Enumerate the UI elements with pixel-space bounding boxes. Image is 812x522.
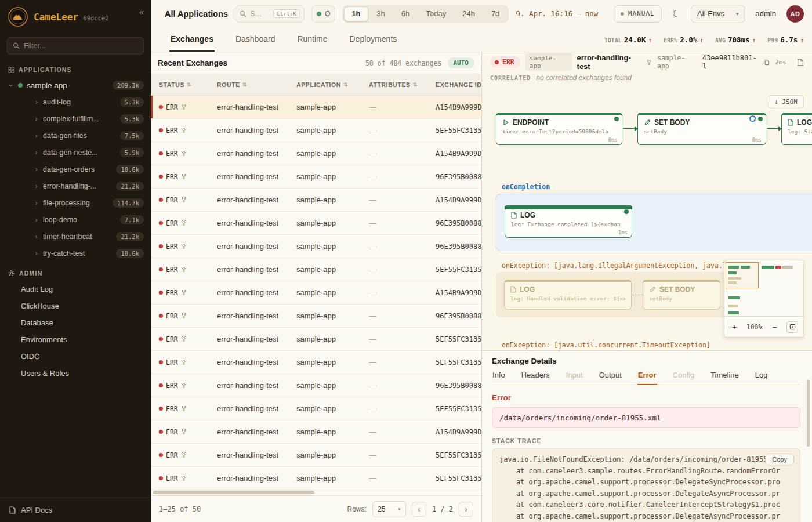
flow-arrow — [767, 128, 781, 129]
flow-node-exception-log[interactable]: LOG log: Handled validation error: ${exc… — [504, 280, 632, 310]
exchange-row[interactable]: ERR error-handling-test sample-app — A15… — [151, 420, 481, 444]
onexception2-label: onException: [java.util.concurrent.Timeo… — [502, 341, 710, 349]
refresh-mode-button[interactable]: MANUAL — [614, 5, 662, 23]
sidebar-route-item[interactable]: › file-processing 114.7k — [0, 194, 151, 211]
environment-select[interactable]: All Envs ▾ — [691, 5, 745, 23]
details-tab[interactable]: Log — [755, 371, 768, 385]
prev-page-button[interactable]: ‹ — [412, 502, 426, 517]
fit-view-button[interactable] — [786, 321, 798, 333]
main-tab[interactable]: Runtime — [296, 28, 328, 52]
details-tab[interactable]: Output — [599, 371, 622, 385]
exchange-row[interactable]: ERR error-handling-test sample-app — 5EF… — [151, 467, 481, 490]
sidebar-collapse-button[interactable]: « — [139, 7, 144, 17]
sidebar-route-item[interactable]: › data-gen-files 7.5k — [0, 127, 151, 144]
exchange-row[interactable]: ERR error-handling-test sample-app — 96E… — [151, 374, 481, 397]
sidebar-route-item[interactable]: › data-gen-neste... 5.9k — [0, 144, 151, 161]
sidebar-filter[interactable] — [7, 37, 144, 55]
details-tab[interactable]: Timeline — [710, 371, 740, 385]
exchange-row[interactable]: ERR error-handling-test sample-app — 96E… — [151, 235, 481, 258]
time-range-button[interactable]: 1h — [344, 6, 368, 21]
main-tab[interactable]: Exchanges — [169, 28, 215, 52]
main-tab[interactable]: Deployments — [349, 28, 398, 52]
sidebar-admin-item[interactable]: OIDC — [0, 348, 151, 365]
time-range-button[interactable]: 24h — [455, 6, 483, 21]
exchange-row[interactable]: ERR error-handling-test sample-app — A15… — [151, 281, 481, 304]
sidebar-route-item[interactable]: › try-catch-test 10.6k — [0, 245, 151, 262]
zoom-level: 100% — [746, 323, 763, 331]
chevron-right-icon: › — [34, 114, 39, 123]
exchange-row[interactable]: ERR error-handling-test sample-app — A15… — [151, 96, 481, 119]
date-range-picker[interactable]: 9. Apr. 16:16 — now — [516, 9, 598, 18]
copy-button[interactable]: Copy — [765, 454, 794, 465]
main-tab[interactable]: Dashboard — [234, 28, 277, 52]
time-range-button[interactable]: 3h — [369, 6, 393, 21]
route-fork-icon — [181, 104, 187, 110]
sidebar-api-docs[interactable]: API Docs — [0, 498, 151, 522]
error-status-dot — [159, 453, 163, 457]
copy-icon[interactable] — [763, 59, 770, 66]
time-range-button[interactable]: 7d — [484, 6, 507, 21]
flow-node-exception-setbody[interactable]: SET BODY setBody — [643, 280, 720, 310]
column-header[interactable]: APPLICATION ⇅ — [288, 74, 361, 95]
next-page-button[interactable]: › — [459, 502, 473, 517]
details-tab[interactable]: Config — [672, 371, 695, 385]
flow-node-log[interactable]: LOG log: Sta — [781, 113, 812, 145]
exchange-row[interactable]: ERR error-handling-test sample-app — 5EF… — [151, 119, 481, 142]
online-status-pill[interactable]: O — [311, 5, 335, 23]
rows-per-page-select[interactable]: 25 ▾ — [372, 501, 406, 517]
details-tab[interactable]: Headers — [521, 371, 550, 385]
time-range-button[interactable]: 6h — [394, 6, 417, 21]
flow-node-setbody[interactable]: SET BODY setBody 0ms — [637, 113, 766, 145]
sidebar-filter-input[interactable] — [24, 42, 138, 50]
flow-minimap[interactable]: + 100% − — [724, 260, 804, 338]
exchange-row[interactable]: ERR error-handling-test sample-app — A15… — [151, 142, 481, 165]
flow-canvas[interactable]: ↓ JSON ENDPOINT timer:errorTest?period=5… — [482, 87, 812, 350]
flow-node-completion-log[interactable]: LOG log: Exchange completed [${exchan 1m… — [505, 205, 632, 238]
document-icon — [511, 212, 517, 219]
download-json-button[interactable]: ↓ JSON — [768, 95, 804, 108]
vertical-scrollbar[interactable] — [807, 380, 810, 447]
exchange-row[interactable]: ERR error-handling-test sample-app — 5EF… — [151, 258, 481, 281]
sidebar-route-item[interactable]: › audit-log 5.3k — [0, 93, 151, 110]
sidebar-route-item[interactable]: › loop-demo 7.1k — [0, 211, 151, 228]
zoom-out-button[interactable]: − — [770, 322, 779, 332]
sidebar-admin-item[interactable]: Audit Log — [0, 281, 151, 298]
copy-document-icon[interactable] — [797, 59, 804, 66]
exchange-row[interactable]: ERR error-handling-test sample-app — 96E… — [151, 304, 481, 328]
details-tab[interactable]: Error — [637, 371, 657, 385]
sidebar-route-item[interactable]: › error-handling-... 21.2k — [0, 177, 151, 194]
zoom-in-button[interactable]: + — [730, 322, 739, 332]
sidebar-admin-item[interactable]: Database — [0, 314, 151, 331]
column-header[interactable]: EXCHANGE ID ⇅ — [427, 74, 481, 95]
dark-mode-toggle[interactable]: ☾ — [672, 8, 680, 19]
app-tag: sample-app — [525, 53, 572, 71]
sidebar-route-item[interactable]: › data-gen-orders 10.6k — [0, 161, 151, 177]
sidebar-app-sample-app[interactable]: › sample app 209.3k — [0, 77, 151, 93]
exchange-row[interactable]: ERR error-handling-test sample-app — 5EF… — [151, 397, 481, 420]
sidebar-admin-item[interactable]: Environments — [0, 331, 151, 348]
details-tab[interactable]: Info — [492, 371, 506, 385]
time-range-button[interactable]: Today — [418, 6, 454, 21]
avatar[interactable]: AD — [786, 5, 804, 23]
sidebar-admin-item[interactable]: ClickHouse — [0, 298, 151, 314]
sort-icon: ⇅ — [242, 82, 247, 88]
sidebar-admin-item[interactable]: Users & Roles — [0, 365, 151, 382]
column-header[interactable]: ATTRIBUTES ⇅ — [361, 74, 427, 95]
details-tab[interactable]: Input — [566, 371, 583, 385]
exchange-row[interactable]: ERR error-handling-test sample-app — 5EF… — [151, 328, 481, 351]
exchange-row[interactable]: ERR error-handling-test sample-app — 96E… — [151, 165, 481, 188]
minimap-area[interactable] — [724, 260, 803, 316]
exchange-row[interactable]: ERR error-handling-test sample-app — 5EF… — [151, 444, 481, 467]
error-status-dot — [159, 407, 163, 411]
sidebar-route-item[interactable]: › complex-fulfillm... 5.3k — [0, 110, 151, 127]
column-header[interactable]: STATUS ⇅ — [151, 74, 209, 95]
auto-refresh-badge[interactable]: AUTO — [448, 57, 475, 68]
flow-node-endpoint[interactable]: ENDPOINT timer:errorTest?period=5000&del… — [496, 113, 622, 145]
horizontal-scrollbar[interactable] — [153, 491, 314, 494]
column-header[interactable]: ROUTE ⇅ — [209, 74, 288, 95]
global-search-input[interactable]: S... Ctrl+K — [235, 5, 304, 23]
exchange-row[interactable]: ERR error-handling-test sample-app — A15… — [151, 188, 481, 212]
exchange-row[interactable]: ERR error-handling-test sample-app — 5EF… — [151, 351, 481, 374]
sidebar-route-item[interactable]: › timer-heartbeat 21.2k — [0, 228, 151, 245]
exchange-row[interactable]: ERR error-handling-test sample-app — 96E… — [151, 212, 481, 235]
